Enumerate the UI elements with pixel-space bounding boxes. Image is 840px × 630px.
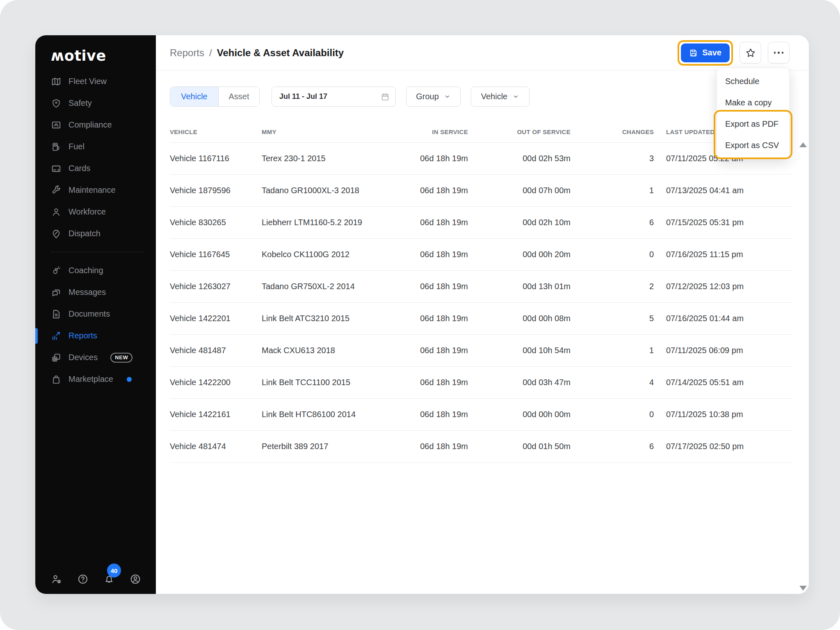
cell-last-updated: 07/11/2025 06:09 pm	[654, 346, 792, 355]
cell-mmy: Link Belt HTC86100 2014	[262, 410, 385, 419]
help-icon[interactable]	[77, 573, 89, 585]
menu-item-export-csv[interactable]: Export as CSV	[717, 135, 789, 156]
compliance-icon	[51, 120, 62, 130]
cell-changes: 2	[571, 282, 654, 291]
table-row[interactable]: Vehicle 481487 Mack CXU613 2018 06d 18h …	[170, 335, 792, 367]
column-header-out-of-service: OUT OF SERVICE	[468, 128, 571, 135]
cell-last-updated: 07/16/2025 01:44 am	[654, 314, 792, 323]
cell-mmy: Tadano GR1000XL-3 2018	[262, 186, 385, 195]
group-filter-dropdown[interactable]: Group	[406, 87, 461, 107]
chevron-down-icon	[444, 93, 451, 100]
sidebar-item-label: Devices	[68, 353, 98, 362]
pin-icon	[51, 228, 62, 239]
tab-vehicle[interactable]: Vehicle	[170, 87, 218, 106]
sidebar-item-documents[interactable]: Documents	[35, 303, 156, 325]
cell-changes: 5	[571, 314, 654, 323]
availability-table: VEHICLE MMY IN SERVICE OUT OF SERVICE CH…	[170, 121, 792, 463]
sidebar-item-reports[interactable]: Reports	[35, 325, 156, 347]
cell-mmy: Link Belt ATC3210 2015	[262, 314, 385, 323]
save-button[interactable]: Save	[681, 43, 730, 62]
floppy-disk-icon	[689, 48, 698, 57]
cell-vehicle: Vehicle 1263027	[170, 282, 262, 291]
table-row[interactable]: Vehicle 481474 Peterbilt 389 2017 06d 18…	[170, 431, 792, 463]
wrench-icon	[51, 185, 62, 196]
menu-item-schedule[interactable]: Schedule	[717, 71, 789, 92]
page-title: Vehicle & Asset Availability	[217, 47, 344, 59]
cell-out-of-service: 00d 02h 10m	[468, 218, 571, 227]
table-row[interactable]: Vehicle 1167645 Kobelco CK1100G 2012 06d…	[170, 239, 792, 271]
tab-asset[interactable]: Asset	[218, 87, 259, 106]
page-header: Reports / Vehicle & Asset Availability S…	[156, 35, 809, 71]
sidebar-item-fuel[interactable]: Fuel	[35, 136, 156, 158]
sidebar-item-fleet-view[interactable]: Fleet View	[35, 71, 156, 92]
screenshot-canvas: ʍotive Fleet View Safety Compliance Fuel	[0, 0, 840, 630]
sidebar-item-label: Fleet View	[68, 77, 107, 86]
credit-card-icon	[51, 163, 62, 174]
cell-last-updated: 07/14/2025 05:51 am	[654, 378, 792, 387]
cell-in-service: 06d 18h 19m	[385, 250, 468, 259]
column-header-in-service: IN SERVICE	[385, 128, 468, 135]
sidebar-item-devices[interactable]: Devices NEW	[35, 347, 156, 368]
cell-changes: 1	[571, 346, 654, 355]
favorite-star-button[interactable]	[740, 42, 761, 64]
cell-out-of-service: 00d 03h 47m	[468, 378, 571, 387]
sidebar-item-label: Reports	[68, 331, 97, 340]
sidebar-item-marketplace[interactable]: Marketplace	[35, 368, 156, 390]
sidebar-item-workforce[interactable]: Workforce	[35, 201, 156, 223]
sidebar-item-label: Marketplace	[68, 374, 113, 384]
account-icon[interactable]	[130, 573, 141, 585]
scroll-up-arrow[interactable]	[799, 142, 807, 147]
cell-last-updated: 07/16/2025 11:15 pm	[654, 250, 792, 259]
sidebar-item-messages[interactable]: Messages	[35, 281, 156, 303]
cell-out-of-service: 00d 00h 00m	[468, 410, 571, 419]
marketplace-notification-dot	[127, 377, 132, 382]
shield-icon	[51, 98, 62, 109]
more-options-button[interactable]	[768, 42, 790, 64]
menu-item-make-a-copy[interactable]: Make a copy	[717, 92, 789, 113]
sidebar-item-maintenance[interactable]: Maintenance	[35, 179, 156, 201]
cell-out-of-service: 00d 00h 08m	[468, 314, 571, 323]
sidebar-item-dispatch[interactable]: Dispatch	[35, 223, 156, 244]
vehicle-filter-dropdown[interactable]: Vehicle	[471, 87, 530, 107]
shopping-bag-icon	[51, 374, 62, 385]
breadcrumb: Reports / Vehicle & Asset Availability	[170, 47, 344, 59]
fuel-pump-icon	[51, 142, 62, 152]
whistle-icon	[51, 265, 62, 276]
table-row[interactable]: Vehicle 1879596 Tadano GR1000XL-3 2018 0…	[170, 175, 792, 207]
cell-vehicle: Vehicle 1167645	[170, 250, 262, 259]
sidebar-item-compliance[interactable]: Compliance	[35, 114, 156, 136]
cell-in-service: 06d 18h 19m	[385, 442, 468, 451]
table-row[interactable]: Vehicle 830265 Liebherr LTM1160-5.2 2019…	[170, 207, 792, 239]
user-settings-icon[interactable]	[51, 573, 62, 585]
sidebar-item-cards[interactable]: Cards	[35, 158, 156, 179]
sidebar-item-label: Messages	[68, 288, 106, 297]
column-header-vehicle: VEHICLE	[170, 128, 262, 135]
table-row[interactable]: Vehicle 1422161 Link Belt HTC86100 2014 …	[170, 399, 792, 431]
table-row[interactable]: Vehicle 1422201 Link Belt ATC3210 2015 0…	[170, 303, 792, 335]
notifications-bell-icon[interactable]: 40	[103, 573, 115, 585]
more-options-menu: Schedule Make a copy Export as PDF Expor…	[717, 68, 790, 159]
date-range-picker[interactable]: Jul 11 - Jul 17	[272, 87, 396, 107]
scroll-down-arrow[interactable]	[799, 586, 807, 591]
cell-vehicle: Vehicle 1879596	[170, 186, 262, 195]
sidebar-footer: 40	[35, 573, 156, 585]
cell-out-of-service: 00d 13h 01m	[468, 282, 571, 291]
chevron-down-icon	[512, 93, 519, 100]
cell-vehicle: Vehicle 1167116	[170, 154, 262, 163]
table-row[interactable]: Vehicle 1167116 Terex 230-1 2015 06d 18h…	[170, 143, 792, 175]
star-icon	[745, 47, 756, 59]
cell-vehicle: Vehicle 830265	[170, 218, 262, 227]
sidebar-nav: Fleet View Safety Compliance Fuel Cards	[35, 71, 156, 390]
breadcrumb-reports-link[interactable]: Reports	[170, 47, 204, 59]
cell-vehicle: Vehicle 1422161	[170, 410, 262, 419]
sidebar-item-coaching[interactable]: Coaching	[35, 260, 156, 281]
menu-item-export-pdf[interactable]: Export as PDF	[717, 113, 789, 135]
cell-in-service: 06d 18h 19m	[385, 282, 468, 291]
table-row[interactable]: Vehicle 1422200 Link Belt TCC1100 2015 0…	[170, 367, 792, 399]
sidebar-item-safety[interactable]: Safety	[35, 92, 156, 114]
filter-bar: Vehicle Asset Jul 11 - Jul 17 Group Vehi…	[170, 87, 809, 107]
cell-mmy: Mack CXU613 2018	[262, 346, 385, 355]
cell-in-service: 06d 18h 19m	[385, 154, 468, 163]
table-row[interactable]: Vehicle 1263027 Tadano GR750XL-2 2014 06…	[170, 271, 792, 303]
cell-out-of-service: 00d 07h 00m	[468, 186, 571, 195]
